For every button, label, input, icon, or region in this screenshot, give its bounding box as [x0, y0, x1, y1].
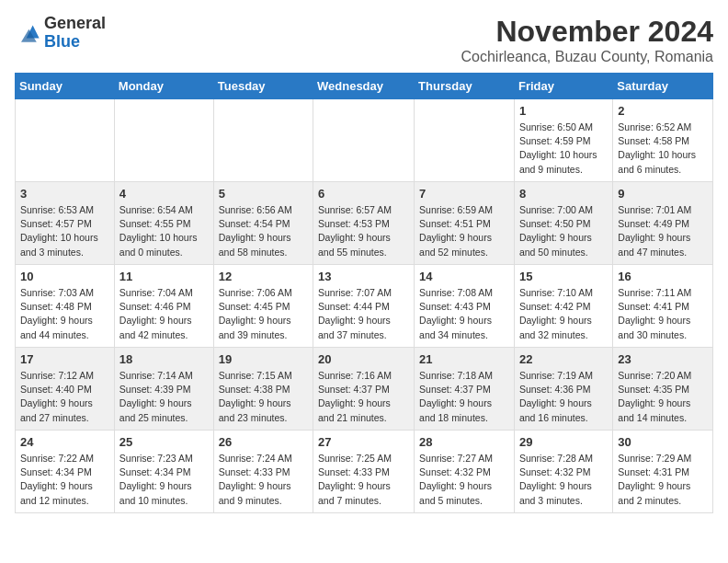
- day-number-22: 22: [519, 352, 608, 366]
- day-cell-1: 1Sunrise: 6:50 AMSunset: 4:59 PMDaylight…: [514, 99, 612, 182]
- day-cell-8: 8Sunrise: 7:00 AMSunset: 4:50 PMDaylight…: [514, 182, 612, 265]
- logo-icon: [15, 20, 40, 46]
- day-number-24: 24: [20, 435, 109, 449]
- day-number-21: 21: [419, 352, 509, 366]
- day-number-4: 4: [119, 187, 209, 201]
- title-area: November 2024 Cochirleanca, Buzau County…: [461, 15, 713, 65]
- day-info-5: Sunrise: 6:56 AMSunset: 4:54 PMDaylight:…: [219, 203, 308, 259]
- empty-cell: [213, 99, 313, 182]
- day-cell-29: 29Sunrise: 7:28 AMSunset: 4:32 PMDayligh…: [514, 431, 612, 513]
- day-cell-2: 2Sunrise: 6:52 AMSunset: 4:58 PMDaylight…: [613, 99, 713, 182]
- day-info-21: Sunrise: 7:18 AMSunset: 4:37 PMDaylight:…: [419, 369, 509, 425]
- empty-cell: [16, 99, 115, 182]
- day-info-10: Sunrise: 7:03 AMSunset: 4:48 PMDaylight:…: [20, 286, 109, 342]
- page-header: General Blue November 2024 Cochirleanca,…: [15, 15, 713, 65]
- day-number-5: 5: [219, 187, 308, 201]
- logo: General Blue: [15, 15, 106, 52]
- day-number-13: 13: [318, 270, 409, 283]
- day-number-15: 15: [519, 270, 608, 283]
- day-info-20: Sunrise: 7:16 AMSunset: 4:37 PMDaylight:…: [318, 369, 409, 425]
- day-number-28: 28: [419, 435, 509, 449]
- day-info-30: Sunrise: 7:29 AMSunset: 4:31 PMDaylight:…: [618, 452, 708, 508]
- day-number-19: 19: [219, 352, 308, 366]
- day-info-17: Sunrise: 7:12 AMSunset: 4:40 PMDaylight:…: [20, 369, 109, 425]
- day-cell-25: 25Sunrise: 7:23 AMSunset: 4:34 PMDayligh…: [114, 431, 213, 513]
- calendar-table: SundayMondayTuesdayWednesdayThursdayFrid…: [15, 73, 713, 513]
- day-number-14: 14: [419, 270, 509, 283]
- day-cell-3: 3Sunrise: 6:53 AMSunset: 4:57 PMDaylight…: [16, 182, 115, 265]
- day-info-12: Sunrise: 7:06 AMSunset: 4:45 PMDaylight:…: [219, 286, 308, 342]
- day-number-10: 10: [20, 270, 109, 283]
- day-number-8: 8: [519, 187, 608, 201]
- day-cell-6: 6Sunrise: 6:57 AMSunset: 4:53 PMDaylight…: [313, 182, 415, 265]
- day-info-13: Sunrise: 7:07 AMSunset: 4:44 PMDaylight:…: [318, 286, 409, 342]
- day-number-18: 18: [119, 352, 209, 366]
- day-info-3: Sunrise: 6:53 AMSunset: 4:57 PMDaylight:…: [20, 203, 109, 259]
- day-info-14: Sunrise: 7:08 AMSunset: 4:43 PMDaylight:…: [419, 286, 509, 342]
- day-info-7: Sunrise: 6:59 AMSunset: 4:51 PMDaylight:…: [419, 203, 509, 259]
- empty-cell: [415, 99, 515, 182]
- day-info-15: Sunrise: 7:10 AMSunset: 4:42 PMDaylight:…: [519, 286, 608, 342]
- day-cell-27: 27Sunrise: 7:25 AMSunset: 4:33 PMDayligh…: [313, 431, 415, 513]
- day-cell-13: 13Sunrise: 7:07 AMSunset: 4:44 PMDayligh…: [313, 265, 415, 348]
- day-cell-7: 7Sunrise: 6:59 AMSunset: 4:51 PMDaylight…: [415, 182, 515, 265]
- day-number-16: 16: [618, 270, 708, 283]
- day-cell-11: 11Sunrise: 7:04 AMSunset: 4:46 PMDayligh…: [114, 265, 213, 348]
- day-cell-21: 21Sunrise: 7:18 AMSunset: 4:37 PMDayligh…: [415, 348, 515, 431]
- day-cell-28: 28Sunrise: 7:27 AMSunset: 4:32 PMDayligh…: [415, 431, 515, 513]
- day-cell-9: 9Sunrise: 7:01 AMSunset: 4:49 PMDaylight…: [613, 182, 713, 265]
- day-cell-4: 4Sunrise: 6:54 AMSunset: 4:55 PMDaylight…: [114, 182, 213, 265]
- day-cell-20: 20Sunrise: 7:16 AMSunset: 4:37 PMDayligh…: [313, 348, 415, 431]
- week-row-3: 10Sunrise: 7:03 AMSunset: 4:48 PMDayligh…: [16, 265, 713, 348]
- day-number-29: 29: [519, 435, 608, 449]
- day-cell-24: 24Sunrise: 7:22 AMSunset: 4:34 PMDayligh…: [16, 431, 115, 513]
- day-info-18: Sunrise: 7:14 AMSunset: 4:39 PMDaylight:…: [119, 369, 209, 425]
- day-info-8: Sunrise: 7:00 AMSunset: 4:50 PMDaylight:…: [519, 203, 608, 259]
- day-number-7: 7: [419, 187, 509, 201]
- day-cell-14: 14Sunrise: 7:08 AMSunset: 4:43 PMDayligh…: [415, 265, 515, 348]
- day-info-28: Sunrise: 7:27 AMSunset: 4:32 PMDaylight:…: [419, 452, 509, 508]
- day-info-29: Sunrise: 7:28 AMSunset: 4:32 PMDaylight:…: [519, 452, 608, 508]
- day-cell-26: 26Sunrise: 7:24 AMSunset: 4:33 PMDayligh…: [213, 431, 313, 513]
- day-info-25: Sunrise: 7:23 AMSunset: 4:34 PMDaylight:…: [119, 452, 209, 508]
- logo-blue-text: Blue: [44, 32, 80, 51]
- week-row-5: 24Sunrise: 7:22 AMSunset: 4:34 PMDayligh…: [16, 431, 713, 513]
- day-number-20: 20: [318, 352, 409, 366]
- day-info-11: Sunrise: 7:04 AMSunset: 4:46 PMDaylight:…: [119, 286, 209, 342]
- day-cell-10: 10Sunrise: 7:03 AMSunset: 4:48 PMDayligh…: [16, 265, 115, 348]
- day-cell-19: 19Sunrise: 7:15 AMSunset: 4:38 PMDayligh…: [213, 348, 313, 431]
- day-number-3: 3: [20, 187, 109, 201]
- week-row-1: 1Sunrise: 6:50 AMSunset: 4:59 PMDaylight…: [16, 99, 713, 182]
- day-number-30: 30: [618, 435, 708, 449]
- day-number-1: 1: [519, 104, 608, 118]
- day-cell-12: 12Sunrise: 7:06 AMSunset: 4:45 PMDayligh…: [213, 265, 313, 348]
- day-cell-16: 16Sunrise: 7:11 AMSunset: 4:41 PMDayligh…: [613, 265, 713, 348]
- day-cell-30: 30Sunrise: 7:29 AMSunset: 4:31 PMDayligh…: [613, 431, 713, 513]
- day-cell-17: 17Sunrise: 7:12 AMSunset: 4:40 PMDayligh…: [16, 348, 115, 431]
- empty-cell: [114, 99, 213, 182]
- day-info-22: Sunrise: 7:19 AMSunset: 4:36 PMDaylight:…: [519, 369, 608, 425]
- day-number-12: 12: [219, 270, 308, 283]
- day-info-27: Sunrise: 7:25 AMSunset: 4:33 PMDaylight:…: [318, 452, 409, 508]
- day-cell-15: 15Sunrise: 7:10 AMSunset: 4:42 PMDayligh…: [514, 265, 612, 348]
- day-cell-5: 5Sunrise: 6:56 AMSunset: 4:54 PMDaylight…: [213, 182, 313, 265]
- empty-cell: [313, 99, 415, 182]
- day-info-26: Sunrise: 7:24 AMSunset: 4:33 PMDaylight:…: [219, 452, 308, 508]
- week-row-2: 3Sunrise: 6:53 AMSunset: 4:57 PMDaylight…: [16, 182, 713, 265]
- week-row-4: 17Sunrise: 7:12 AMSunset: 4:40 PMDayligh…: [16, 348, 713, 431]
- logo-general-text: General: [44, 14, 106, 32]
- day-number-6: 6: [318, 187, 409, 201]
- column-header-wednesday: Wednesday: [313, 74, 415, 99]
- day-info-9: Sunrise: 7:01 AMSunset: 4:49 PMDaylight:…: [618, 203, 708, 259]
- day-number-9: 9: [618, 187, 708, 201]
- month-title: November 2024: [461, 15, 713, 49]
- column-header-tuesday: Tuesday: [213, 74, 313, 99]
- day-info-24: Sunrise: 7:22 AMSunset: 4:34 PMDaylight:…: [20, 452, 109, 508]
- calendar-header-row: SundayMondayTuesdayWednesdayThursdayFrid…: [16, 74, 713, 99]
- day-number-11: 11: [119, 270, 209, 283]
- day-cell-23: 23Sunrise: 7:20 AMSunset: 4:35 PMDayligh…: [613, 348, 713, 431]
- column-header-monday: Monday: [114, 74, 213, 99]
- day-number-17: 17: [20, 352, 109, 366]
- day-number-2: 2: [618, 104, 708, 118]
- day-info-19: Sunrise: 7:15 AMSunset: 4:38 PMDaylight:…: [219, 369, 308, 425]
